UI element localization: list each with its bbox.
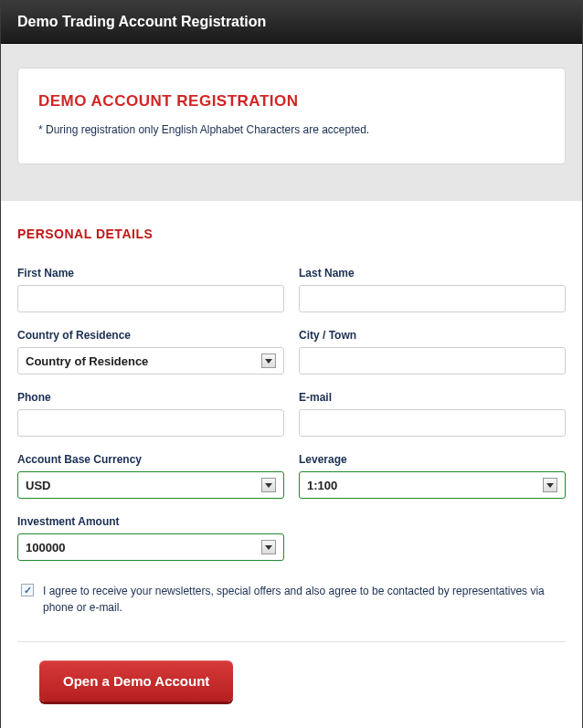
first-name-input[interactable] bbox=[17, 285, 284, 312]
city-label: City / Town bbox=[299, 329, 566, 342]
chevron-down-icon bbox=[261, 353, 276, 368]
chevron-down-icon bbox=[543, 478, 557, 492]
currency-selected: USD bbox=[26, 479, 50, 492]
header-box-note: * During registration only English Alpha… bbox=[38, 123, 545, 136]
open-demo-account-button[interactable]: Open a Demo Account bbox=[39, 660, 233, 702]
country-select[interactable]: Country of Residence bbox=[17, 347, 284, 375]
consent-row: I agree to receive your newsletters, spe… bbox=[17, 583, 566, 616]
phone-label: Phone bbox=[17, 391, 284, 404]
city-input[interactable] bbox=[299, 347, 566, 375]
first-name-label: First Name bbox=[17, 267, 284, 280]
investment-select[interactable]: 100000 bbox=[17, 533, 284, 561]
last-name-label: Last Name bbox=[299, 267, 566, 280]
consent-checkbox[interactable] bbox=[21, 584, 34, 596]
country-label: Country of Residence bbox=[17, 329, 284, 342]
section-title: PERSONAL DETAILS bbox=[17, 227, 566, 241]
investment-label: Investment Amount bbox=[17, 515, 284, 528]
consent-text: I agree to receive your newsletters, spe… bbox=[43, 583, 562, 616]
header-area: DEMO ACCOUNT REGISTRATION * During regis… bbox=[1, 44, 582, 201]
form-area: PERSONAL DETAILS First Name Last Name Co… bbox=[1, 201, 582, 728]
registration-window: Demo Trading Account Registration DEMO A… bbox=[0, 0, 583, 728]
leverage-select[interactable]: 1:100 bbox=[299, 471, 566, 499]
window-title: Demo Trading Account Registration bbox=[17, 14, 566, 30]
currency-label: Account Base Currency bbox=[17, 453, 284, 466]
chevron-down-icon bbox=[261, 540, 276, 554]
country-selected: Country of Residence bbox=[26, 354, 148, 368]
email-input[interactable] bbox=[299, 409, 566, 437]
footer: Open a Demo Account bbox=[17, 641, 566, 720]
leverage-label: Leverage bbox=[299, 453, 566, 466]
currency-select[interactable]: USD bbox=[17, 471, 284, 499]
phone-input[interactable] bbox=[17, 409, 284, 437]
last-name-input[interactable] bbox=[299, 285, 566, 312]
email-label: E-mail bbox=[299, 391, 566, 404]
header-box: DEMO ACCOUNT REGISTRATION * During regis… bbox=[17, 68, 566, 164]
leverage-selected: 1:100 bbox=[307, 479, 337, 492]
investment-selected: 100000 bbox=[26, 541, 65, 554]
chevron-down-icon bbox=[261, 478, 276, 492]
titlebar: Demo Trading Account Registration bbox=[1, 1, 582, 44]
header-box-title: DEMO ACCOUNT REGISTRATION bbox=[38, 92, 545, 111]
